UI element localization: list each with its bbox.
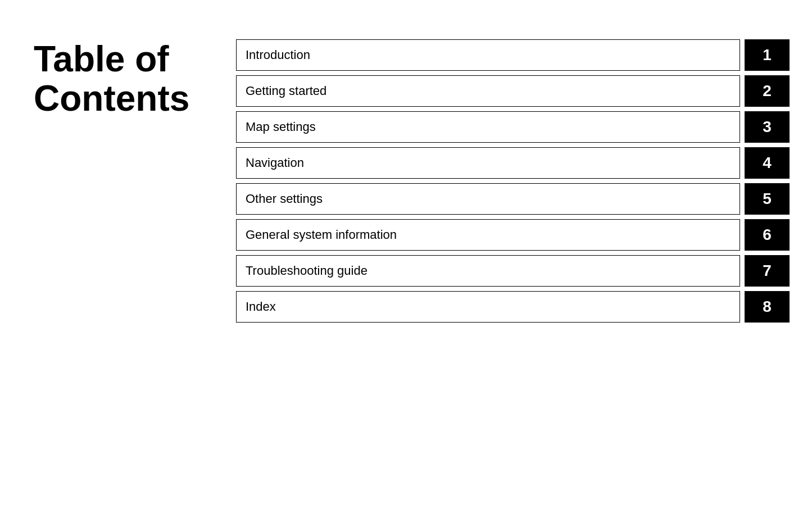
toc-entry-label: General system information bbox=[236, 219, 740, 251]
table-row[interactable]: Map settings3 bbox=[236, 111, 790, 143]
toc-entry-label: Getting started bbox=[236, 75, 740, 107]
title-line2: Contents bbox=[34, 78, 189, 119]
title-section: Table of Contents bbox=[34, 34, 236, 327]
toc-entry-label: Other settings bbox=[236, 183, 740, 215]
table-row[interactable]: Getting started2 bbox=[236, 75, 790, 107]
toc-entry-label: Map settings bbox=[236, 111, 740, 143]
toc-entry-number: 8 bbox=[745, 291, 790, 323]
toc-entry-number: 5 bbox=[745, 183, 790, 215]
table-row[interactable]: Troubleshooting guide7 bbox=[236, 255, 790, 287]
toc-entry-number: 7 bbox=[745, 255, 790, 287]
table-row[interactable]: Navigation4 bbox=[236, 147, 790, 179]
page-container: Table of Contents Introduction1Getting s… bbox=[0, 0, 812, 361]
toc-entry-label: Navigation bbox=[236, 147, 740, 179]
toc-entry-number: 4 bbox=[745, 147, 790, 179]
table-row[interactable]: General system information6 bbox=[236, 219, 790, 251]
toc-entry-label: Introduction bbox=[236, 39, 740, 71]
table-row[interactable]: Other settings5 bbox=[236, 183, 790, 215]
title-line1: Table of bbox=[34, 39, 169, 79]
toc-entry-number: 2 bbox=[745, 75, 790, 107]
table-row[interactable]: Index8 bbox=[236, 291, 790, 323]
page-title: Table of Contents bbox=[34, 39, 236, 119]
toc-entry-label: Troubleshooting guide bbox=[236, 255, 740, 287]
toc-entry-number: 1 bbox=[745, 39, 790, 71]
toc-entry-number: 3 bbox=[745, 111, 790, 143]
toc-entry-number: 6 bbox=[745, 219, 790, 251]
toc-section: Introduction1Getting started2Map setting… bbox=[236, 34, 790, 327]
table-row[interactable]: Introduction1 bbox=[236, 39, 790, 71]
toc-entry-label: Index bbox=[236, 291, 740, 323]
